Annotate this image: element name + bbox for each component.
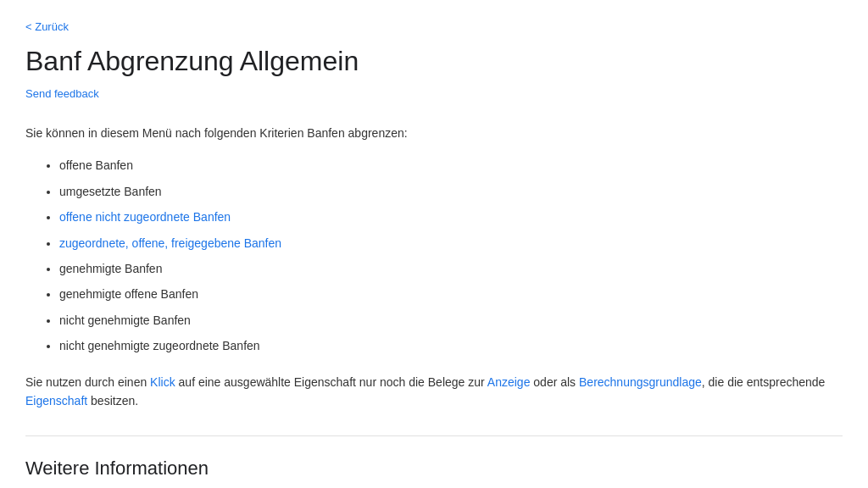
list-item: offene nicht zugeordnete Banfen	[59, 208, 843, 226]
send-feedback-link[interactable]: Send feedback	[25, 86, 99, 103]
back-link[interactable]: < Zurück	[25, 19, 69, 36]
list-item: nicht genehmigte Banfen	[59, 311, 843, 330]
list-item: nicht genehmigte zugeordnete Banfen	[59, 336, 843, 355]
intro-text: Sie können in diesem Menü nach folgenden…	[25, 124, 843, 142]
section-divider	[25, 435, 843, 436]
eigenschaft-link[interactable]: Eigenschaft	[25, 394, 87, 408]
criteria-list: offene Banfen umgesetzte Banfen offene n…	[25, 156, 843, 355]
klick-link[interactable]: Klick	[150, 375, 175, 389]
berechnungsgrundlage-link[interactable]: Berechnungsgrundlage	[579, 375, 702, 389]
list-item: umgesetzte Banfen	[59, 182, 843, 201]
list-item: zugeordnete, offene, freigegebene Banfen	[59, 234, 843, 252]
summary-text: Sie nutzen durch einen Klick auf eine au…	[25, 373, 843, 411]
anzeige-link[interactable]: Anzeige	[487, 375, 531, 389]
page-title: Banf Abgrenzung Allgemein	[25, 45, 843, 77]
list-item: genehmigte offene Banfen	[59, 285, 843, 303]
list-item: offene Banfen	[59, 156, 843, 175]
list-item: genehmigte Banfen	[59, 259, 843, 278]
further-info-title: Weitere Informationen	[25, 453, 843, 483]
